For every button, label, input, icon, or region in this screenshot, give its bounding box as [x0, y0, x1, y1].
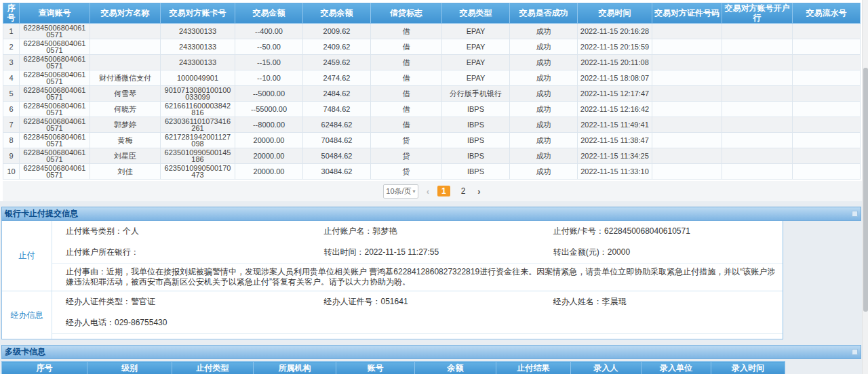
col-time: 交易时间 — [578, 3, 652, 24]
field-stop-reason: 止付事由：近期，我单位在接报刘妮被骗警情中，发现涉案人员利用贵单位相关账户 曹鸿… — [52, 263, 783, 291]
cell-party-card: 9010713080100100033099 — [161, 86, 235, 102]
multi-card-header-row: 序号 级别 止付类型 所属机构 账号 余额 止付结果 录入人 录入单位 录入时间 — [2, 362, 785, 374]
cell-party-bank — [722, 55, 793, 70]
field-handler-cert-no: 经办人证件号：051641 — [324, 296, 553, 308]
cell-time: 2022-11-15 11:34:25 — [578, 148, 652, 164]
cell-time: 2022-11-15 20:15:59 — [578, 39, 652, 55]
handler-row-2: 经办人电话：029-86755430 — [52, 312, 783, 333]
cell-success: 成功 — [510, 133, 578, 148]
cell-query-account: 6228450068040610571 — [20, 133, 90, 148]
cell-time: 2022-11-15 11:33:10 — [578, 164, 652, 180]
multi-card-section-title: 多级卡信息 — [1, 345, 861, 359]
page: 序号 查询账号 交易对方名称 交易对方账卡号 交易金额 交易余额 借贷标志 交易… — [0, 0, 863, 374]
cell-seq: 9 — [3, 148, 20, 164]
cell-serial — [793, 133, 861, 148]
cell-party-card: 243300133 — [161, 24, 235, 39]
prev-page-button[interactable]: ‹ — [425, 186, 431, 196]
cell-seq: 3 — [3, 55, 20, 70]
field-transfer-amount: 转出金额(元)：20000 — [553, 247, 783, 258]
cell-party-name: 刘星臣 — [90, 148, 161, 164]
cell-party-cert — [652, 39, 722, 55]
table-row: 10 6228450068040610571 刘佳 62350109905001… — [3, 164, 861, 180]
stop-payment-content: 止付账号类别：个人 止付账户名：郭梦艳 止付账/卡号：6228450068040… — [52, 221, 783, 291]
cell-debit-credit-flag: 贷 — [371, 148, 442, 164]
handler-group-label: 经办信息 — [2, 291, 52, 339]
col-balance: 交易余额 — [303, 3, 371, 24]
cell-amount: --400.00 — [235, 24, 303, 39]
cell-party-name: 财付通微信支付 — [90, 70, 161, 86]
cell-balance: 2459.62 — [303, 55, 371, 70]
cell-debit-credit-flag: 借 — [371, 39, 442, 55]
multi-card-table: 序号 级别 止付类型 所属机构 账号 余额 止付结果 录入人 录入单位 录入时间… — [1, 361, 785, 374]
cell-serial — [793, 24, 861, 39]
cell-serial — [793, 102, 861, 117]
table-row: 2 6228450068040610571 243300133 --50.00 … — [3, 39, 861, 55]
cell-seq: 2 — [3, 39, 20, 55]
cell-balance: 30484.62 — [303, 164, 371, 180]
cell-query-account: 6228450068040610571 — [20, 102, 90, 117]
page-size-select[interactable]: 10条/页 ▾ — [383, 184, 418, 199]
cell-party-bank — [722, 86, 793, 102]
cell-success: 成功 — [510, 102, 578, 117]
cell-success: 成功 — [510, 39, 578, 55]
next-page-button[interactable]: › — [476, 186, 481, 196]
cell-party-cert — [652, 164, 722, 180]
cell-party-card: 1000049901 — [161, 70, 235, 86]
cell-success: 成功 — [510, 117, 578, 133]
cell-party-card: 6235010990500145186 — [161, 148, 235, 164]
cell-time: 2022-11-15 20:16:28 — [578, 24, 652, 39]
cell-party-card: 6235010990500170473 — [161, 164, 235, 180]
transactions-table: 序号 查询账号 交易对方名称 交易对方账卡号 交易金额 交易余额 借贷标志 交易… — [3, 3, 861, 180]
cell-party-name — [90, 24, 161, 39]
cell-amount: --8000.00 — [235, 117, 303, 133]
cell-debit-credit-flag: 贷 — [371, 133, 442, 148]
page-button-2[interactable]: 2 — [457, 186, 470, 196]
cell-party-card: 6230361101073416261 — [161, 117, 235, 133]
cell-debit-credit-flag: 借 — [371, 86, 442, 102]
field-account-name: 止付账户名：郭梦艳 — [324, 226, 553, 237]
field-bank: 止付账户所在银行： — [66, 247, 324, 258]
collapse-icon[interactable] — [852, 349, 858, 355]
col-entry-time: 录入时间 — [711, 362, 785, 374]
cell-time: 2022-11-15 20:11:08 — [578, 55, 652, 70]
cell-party-name: 何雪琴 — [90, 86, 161, 102]
cell-type: 分行版手机银行 — [442, 86, 510, 102]
cell-amount: 20000.00 — [235, 148, 303, 164]
cell-seq: 6 — [3, 102, 20, 117]
col-serial: 交易流水号 — [793, 3, 861, 24]
scrollbar-thumb[interactable] — [863, 68, 868, 312]
vertical-scrollbar[interactable] — [862, 0, 868, 374]
col-party-bank: 交易对方账号开户行 — [722, 3, 793, 24]
cell-serial — [793, 70, 861, 86]
cell-query-account: 6228450068040610571 — [20, 70, 90, 86]
cell-balance: 70484.62 — [303, 133, 371, 148]
cell-party-name — [90, 39, 161, 55]
col-type: 交易类型 — [442, 3, 510, 24]
table-row: 6 6228450068040610571 何晓芳 62166116000038… — [3, 102, 861, 117]
cell-debit-credit-flag: 借 — [371, 55, 442, 70]
cell-party-cert — [652, 55, 722, 70]
col-stop-type: 止付类型 — [172, 362, 254, 374]
cell-balance: 2009.62 — [303, 24, 371, 39]
cell-seq: 7 — [3, 117, 20, 133]
cell-party-card: 6216611600003842816 — [161, 102, 235, 117]
cell-success: 成功 — [510, 148, 578, 164]
cell-party-cert — [652, 102, 722, 117]
col-party-card: 交易对方账卡号 — [161, 3, 235, 24]
cell-query-account: 6228450068040610571 — [20, 86, 90, 102]
col-level: 级别 — [87, 362, 172, 374]
page-button-1[interactable]: 1 — [437, 186, 450, 196]
cell-serial — [793, 117, 861, 133]
cell-party-name: 黄梅 — [90, 133, 161, 148]
cell-time: 2022-11-15 11:38:47 — [578, 133, 652, 148]
cell-party-cert — [652, 86, 722, 102]
col-entry-unit: 录入单位 — [642, 362, 711, 374]
collapse-icon[interactable] — [852, 211, 858, 217]
cell-amount: --50.00 — [235, 39, 303, 55]
cell-debit-credit-flag: 借 — [371, 24, 442, 39]
cell-serial — [793, 164, 861, 180]
field-handler-name: 经办人姓名：李晨琨 — [553, 296, 783, 308]
transactions-header-row: 序号 查询账号 交易对方名称 交易对方账卡号 交易金额 交易余额 借贷标志 交易… — [3, 3, 861, 24]
stop-payment-panel: 止付 止付账号类别：个人 止付账户名：郭梦艳 止付账/卡号：6228450068… — [1, 221, 783, 339]
handler-info-content: 经办人证件类型：警官证 经办人证件号：051641 经办人姓名：李晨琨 经办人电… — [52, 291, 783, 339]
